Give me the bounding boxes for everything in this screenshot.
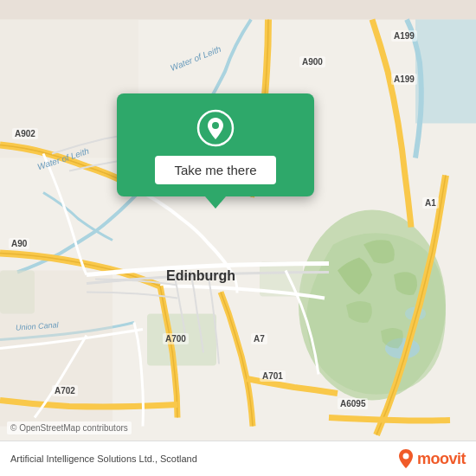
- road-label-a199-2: A199: [391, 74, 417, 85]
- location-pin-icon: [196, 109, 235, 147]
- moovit-pin-icon: [398, 449, 414, 468]
- map-background: [0, 0, 476, 476]
- road-label-a6095: A6095: [338, 398, 368, 409]
- road-label-a701: A701: [260, 370, 286, 382]
- moovit-logo: moovit: [398, 449, 466, 468]
- popup-card: Take me there: [117, 93, 314, 196]
- company-attribution: Artificial Intelligence Solutions Ltd., …: [10, 453, 197, 464]
- svg-point-11: [212, 122, 219, 129]
- road-label-a90: A90: [9, 238, 29, 249]
- road-label-a199-1: A199: [391, 30, 417, 42]
- road-label-a900: A900: [299, 56, 325, 68]
- city-label: Edinburgh: [166, 268, 235, 284]
- moovit-text: moovit: [417, 450, 466, 468]
- svg-rect-9: [415, 20, 476, 124]
- road-label-a7: A7: [251, 333, 267, 344]
- road-label-a1: A1: [422, 197, 439, 209]
- take-me-there-button[interactable]: Take me there: [155, 156, 275, 184]
- road-label-a702: A702: [52, 385, 78, 396]
- road-label-a902: A902: [12, 128, 38, 139]
- svg-point-12: [402, 453, 408, 460]
- map-container: Edinburgh Water of Leith Water of Leith …: [0, 0, 476, 476]
- bottom-bar: Artificial Intelligence Solutions Ltd., …: [0, 441, 476, 476]
- road-label-a700: A700: [163, 333, 189, 344]
- copyright-text: © OpenStreetMap contributors: [7, 421, 132, 434]
